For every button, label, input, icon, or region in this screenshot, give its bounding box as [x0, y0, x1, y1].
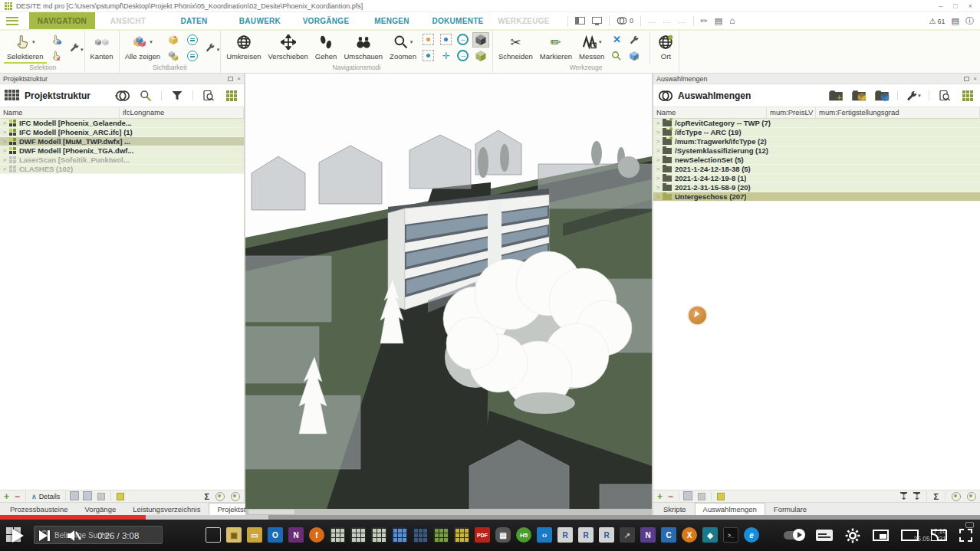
- add-cube-button[interactable]: +: [626, 48, 643, 64]
- c-app-icon[interactable]: C: [661, 527, 676, 543]
- umschauen-button[interactable]: Umschauen: [340, 31, 386, 64]
- info-icon[interactable]: ⓘ: [965, 15, 974, 27]
- tree-row[interactable]: >2021-2-31-15-58-9 (20): [653, 183, 980, 192]
- tab-werkzeuge[interactable]: WERKZEUGE: [491, 12, 557, 29]
- tree-row[interactable]: >DWF Modell [Phoenix_TGA.dwf...: [0, 146, 244, 156]
- tree-row-selected[interactable]: >Untergeschoss (207): [653, 192, 980, 202]
- tab-mengen[interactable]: MENGEN: [359, 12, 425, 29]
- column-fertigstellungsgrad[interactable]: mum:Fertigstellungsgrad: [816, 107, 980, 118]
- 3d-viewport-scene[interactable]: [245, 74, 652, 509]
- float-panel-icon[interactable]: [228, 77, 233, 81]
- selectionset-from-selection-button[interactable]: [851, 89, 867, 103]
- app-grid-blue-icon[interactable]: [392, 527, 407, 543]
- close-panel-icon[interactable]: ×: [237, 75, 241, 82]
- video-miniplayer-button[interactable]: [873, 530, 889, 541]
- viewport-horizontal-scrollbar[interactable]: [245, 509, 652, 515]
- annotate-pen-icon[interactable]: ✏: [701, 16, 708, 26]
- column-name[interactable]: Name: [0, 107, 120, 118]
- column-name[interactable]: Name: [653, 107, 767, 118]
- teal-app-icon[interactable]: ◆: [702, 527, 718, 543]
- gehen-button[interactable]: Gehen: [312, 31, 340, 64]
- task-view-icon[interactable]: [206, 527, 221, 543]
- revit-icon[interactable]: R: [599, 527, 614, 543]
- sum-button[interactable]: Σ: [204, 492, 209, 501]
- monitor-icon[interactable]: [592, 17, 602, 24]
- isolate-button[interactable]: [166, 49, 181, 63]
- tree-row[interactable]: >2021-1-24-12-19-8 (1): [653, 174, 980, 183]
- perspective-view-button[interactable]: [472, 32, 489, 48]
- folder-icon[interactable]: ▭: [247, 527, 262, 543]
- log-icon[interactable]: ▤: [952, 16, 959, 26]
- dropdown-menu-2[interactable]: ...: [663, 17, 672, 25]
- app-grid-yellow-icon[interactable]: [454, 527, 469, 543]
- column-preislv[interactable]: mum:PreisLV: [767, 107, 816, 118]
- import-button[interactable]: ↧: [900, 492, 907, 500]
- tab-leistungsverzeichnis[interactable]: Leistungsverzeichnis: [124, 503, 209, 515]
- tree-row-disabled[interactable]: >LaserScan [Sofsitik_Punktwol...: [0, 156, 244, 165]
- maximize-button[interactable]: □: [953, 2, 957, 10]
- highlight-icon[interactable]: [717, 493, 725, 500]
- database-app-icon[interactable]: ▤: [495, 527, 511, 543]
- tree-row[interactable]: >/cpRevitCategory -- TWP (7): [653, 119, 980, 128]
- add-button[interactable]: +: [657, 491, 663, 502]
- minimize-button[interactable]: –: [939, 2, 942, 10]
- main-menu-icon[interactable]: [6, 17, 18, 25]
- remove-button[interactable]: −: [15, 491, 20, 502]
- tab-dokumente[interactable]: DOKUMENTE: [425, 12, 491, 29]
- revit-icon[interactable]: R: [557, 527, 573, 543]
- tree-row[interactable]: >/Systemklassifizierung (12): [653, 146, 980, 156]
- hide-selected-button[interactable]: *: [166, 33, 181, 47]
- dropdown-menu-1[interactable]: ...: [648, 17, 656, 25]
- copy-objects-icon[interactable]: [71, 493, 79, 500]
- tab-vorgaenge[interactable]: Vorgänge: [77, 503, 125, 515]
- video-theater-button[interactable]: [901, 530, 919, 541]
- copy-objects-icon[interactable]: [685, 493, 692, 500]
- copy-search-icon[interactable]: [84, 493, 92, 500]
- filter-button[interactable]: [169, 89, 185, 103]
- tab-formulare[interactable]: Formulare: [765, 503, 815, 515]
- tree-row[interactable]: >/mum:Tragwerk/ifcType (2): [653, 137, 980, 146]
- select-remove-button[interactable]: x: [49, 49, 64, 63]
- umkreisen-button[interactable]: Umkreisen: [223, 31, 264, 64]
- home-icon[interactable]: ⌂: [729, 15, 735, 26]
- float-panel-icon[interactable]: [964, 77, 969, 81]
- tab-daten[interactable]: DATEN: [161, 12, 227, 29]
- selection-count-indicator[interactable]: 0: [617, 15, 633, 26]
- messen-button[interactable]: ▾ Messen: [576, 31, 607, 64]
- video-fullscreen-button[interactable]: [959, 529, 972, 542]
- video-autoplay-toggle[interactable]: [784, 531, 804, 540]
- tools-settings-button[interactable]: [626, 32, 643, 48]
- report-button[interactable]: [937, 89, 952, 103]
- selektieren-button[interactable]: ▾ Selektieren: [4, 31, 47, 64]
- file-explorer-icon[interactable]: ▣: [226, 527, 242, 543]
- tree-row[interactable]: >newSelectionSet (5): [653, 156, 980, 165]
- report-button[interactable]: [201, 89, 216, 103]
- scrollbar-thumb[interactable]: [248, 510, 294, 514]
- desite-app-icon[interactable]: [371, 527, 386, 543]
- visibility-settings-button[interactable]: ▾: [202, 41, 218, 54]
- sum-button[interactable]: Σ: [933, 492, 939, 501]
- tree-row[interactable]: >2021-1-24-12-18-38 (5): [653, 165, 980, 174]
- node-icon[interactable]: [231, 492, 240, 501]
- tab-bauwerk[interactable]: BAUWERK: [227, 12, 293, 29]
- delete-markup-button[interactable]: ✕: [608, 32, 625, 48]
- tab-skripte[interactable]: Skripte: [655, 503, 695, 515]
- video-subtitles-button[interactable]: [816, 530, 833, 541]
- export-button[interactable]: ↧: [913, 492, 920, 500]
- alle-zeigen-button[interactable]: ▾ Alle zeigen: [122, 31, 163, 64]
- notebook-icon[interactable]: ▤: [715, 16, 722, 26]
- zoomen-button[interactable]: ▾ Zoomen: [386, 31, 419, 64]
- add-button[interactable]: +: [4, 491, 9, 502]
- internet-explorer-icon[interactable]: e: [744, 527, 759, 543]
- table-export-button[interactable]: [960, 89, 975, 103]
- revit-icon[interactable]: R: [578, 527, 594, 543]
- video-play-button[interactable]: [12, 529, 24, 543]
- link-selection-button[interactable]: [115, 89, 130, 103]
- dropdown-menu-3[interactable]: ...: [678, 17, 686, 25]
- pdf-app-icon[interactable]: PDF: [475, 527, 490, 543]
- tab-vorgaenge[interactable]: VORGÄNGE: [293, 12, 359, 29]
- video-settings-gear-icon[interactable]: [845, 528, 860, 543]
- markieren-button[interactable]: ✏ Markieren: [537, 31, 575, 64]
- transparency-off-button[interactable]: [185, 49, 200, 63]
- script-icon[interactable]: [215, 492, 225, 501]
